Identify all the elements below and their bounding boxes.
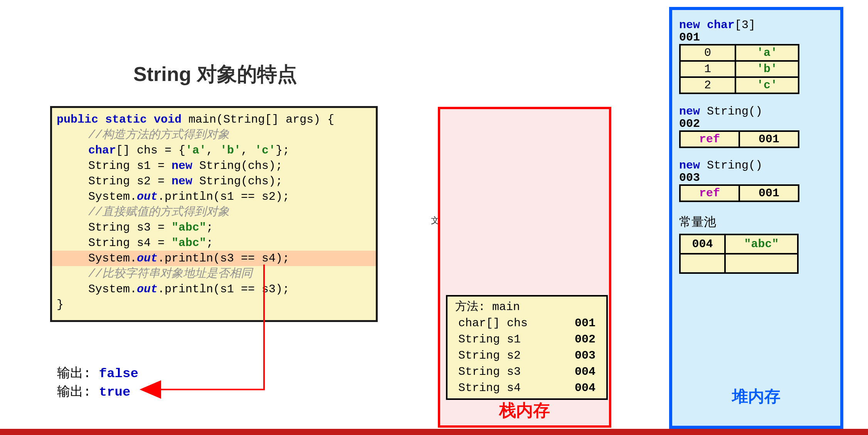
stack-frame: 方法: main char[] chs001 String s1002 Stri…	[446, 295, 608, 400]
heap-table: ref001	[679, 130, 799, 148]
stack-memory-label: 栈内存	[438, 399, 611, 422]
stack-frame-title: 方法: main	[451, 299, 602, 315]
bottom-bar	[0, 429, 868, 435]
code-line: }	[57, 297, 371, 312]
stack-row: String s1002	[451, 331, 602, 347]
code-line: public static void main(String[] args) {	[57, 112, 371, 127]
stack-row: char[] chs001	[451, 315, 602, 331]
code-comment: //直接赋值的方式得到对象	[57, 204, 371, 220]
heap-string-2: new String() 003 ref001	[679, 159, 833, 202]
heap-string-1: new String() 002 ref001	[679, 105, 833, 148]
code-line: String s1 = new String(chs);	[57, 158, 371, 174]
code-line: String s3 = "abc";	[57, 220, 371, 235]
stack-row: String s3004	[451, 364, 602, 380]
string-pool-title: 常量池	[679, 214, 833, 231]
code-line-highlighted: System.out.println(s3 == s4);	[52, 251, 376, 266]
code-comment: //构造方法的方式得到对象	[57, 127, 371, 143]
stack-memory-box: 方法: main char[] chs001 String s1002 Stri…	[438, 107, 611, 428]
code-comment: //比较字符串对象地址是否相同	[57, 266, 371, 282]
output-line-2: 输出: true	[57, 383, 130, 400]
heap-memory-label: 堆内存	[669, 386, 843, 407]
heap-char-array: new char[3] 001 0'a' 1'b' 2'c'	[679, 19, 833, 94]
code-line: String s4 = "abc";	[57, 235, 371, 251]
heap-table: ref001	[679, 184, 799, 202]
output-line-1: 输出: false	[57, 364, 138, 382]
heap-table: 0'a' 1'b' 2'c'	[679, 44, 799, 94]
slide-title: String 对象的特点	[133, 61, 297, 88]
code-line: String s2 = new String(chs);	[57, 174, 371, 189]
code-box: public static void main(String[] args) {…	[50, 106, 378, 322]
stack-row: String s2003	[451, 347, 602, 364]
stack-row: String s4004	[451, 380, 602, 396]
heap-memory-box: new char[3] 001 0'a' 1'b' 2'c' new Strin…	[669, 7, 843, 429]
string-pool-table: 004"abc"	[679, 234, 799, 274]
code-line: System.out.println(s1 == s2);	[57, 189, 371, 204]
code-line: char[] chs = {'a', 'b', 'c'};	[57, 143, 371, 158]
code-line: System.out.println(s1 == s3);	[57, 282, 371, 297]
